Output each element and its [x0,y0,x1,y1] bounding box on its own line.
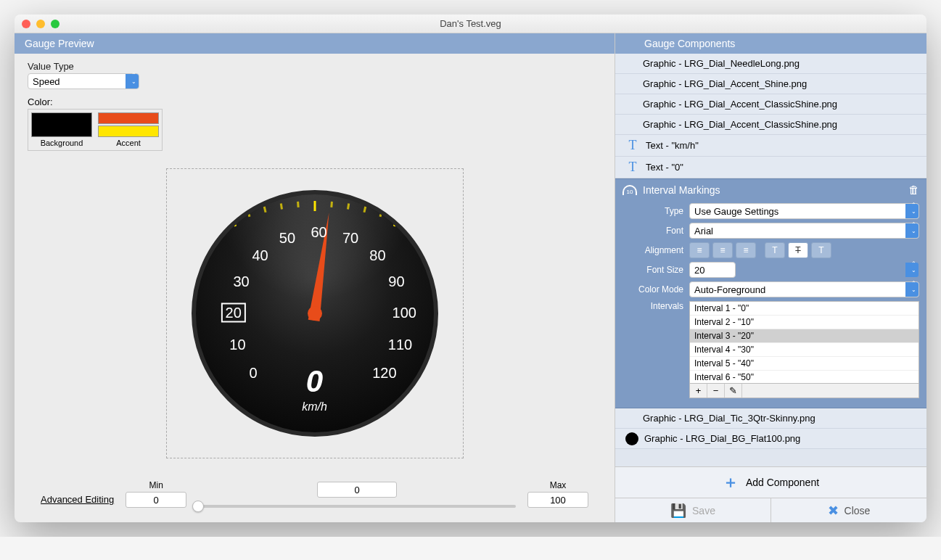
background-swatch[interactable] [31,112,92,137]
gauge-tick-minor [424,231,430,237]
value-type-select[interactable]: Speed [28,73,139,89]
colormode-select[interactable]: Auto-Foreground [689,281,919,297]
intervals-label: Intervals [622,301,683,311]
color-swatches: Background Accent [28,109,163,151]
min-input[interactable] [126,492,186,508]
interval-remove-button[interactable]: − [707,384,725,398]
align-left-button[interactable]: ≡ [689,242,710,258]
text-icon: T [625,138,640,153]
gauge-tick [393,216,398,226]
value-type-label: Value Type [28,61,601,72]
max-label: Max [550,480,567,490]
max-input[interactable] [527,492,588,508]
gauge-tick-minor [379,211,382,218]
gauge-number: 20 [221,303,246,323]
components-panel: Gauge Components Graphic - LRG_Dial_Need… [615,33,926,522]
type-select[interactable]: Use Gauge Settings [689,203,919,219]
gauge: 0 km/h 0102030405060708090100110120 [192,190,438,437]
titlebar: Dan's Test.veg [15,15,926,33]
font-label: Font [622,226,683,236]
component-row[interactable]: Graphic - LRG_Dial_NeedleLong.png [615,54,926,74]
close-icon: ✖ [828,503,839,519]
component-row[interactable]: Graphic - LRG_Dial_BG_Flat100.png [615,429,926,449]
accent-swatch-2[interactable] [98,125,159,137]
add-component-label: Add Component [746,477,819,488]
component-label: Graphic - LRG_Dial_Accent_Shine.png [643,78,807,89]
gauge-number: 40 [252,247,268,264]
accent-swatch-label: Accent [116,139,141,147]
preview-header: Gauge Preview [15,33,615,54]
component-label: Graphic - LRG_Dial_Accent_ClassicShine.p… [643,119,837,130]
color-label: Color: [28,96,601,107]
components-header: Gauge Components [615,33,926,54]
align-center-button[interactable]: ≡ [712,242,733,258]
gauge-tick-minor [410,223,414,230]
gauge-tick [313,201,316,211]
interval-item[interactable]: Interval 1 - "0" [690,302,919,316]
save-label: Save [692,505,715,516]
save-icon: 💾 [670,503,686,519]
component-row[interactable]: Graphic - LRG_Dial_Accent_ClassicShine.p… [615,94,926,115]
gauge-number: 80 [369,247,385,264]
gauge-number: 50 [279,230,295,247]
window-title: Dan's Test.veg [15,18,926,29]
gauge-tick-minor [263,207,266,213]
background-swatch-label: Background [41,139,83,147]
gauge-number: 70 [342,230,358,247]
intervals-list[interactable]: Interval 1 - "0"Interval 2 - "10"Interva… [689,301,919,384]
gauge-tick [231,216,237,226]
gauge-unit: km/h [302,400,327,413]
component-row[interactable]: Graphic - LRG_Dial_Accent_ClassicShine.p… [615,115,926,135]
gauge-number: 60 [311,224,326,241]
value-slider[interactable] [198,505,516,508]
gauge-number: 90 [388,273,404,290]
close-label: Close [845,505,871,516]
slider-thumb[interactable] [192,501,204,512]
save-button[interactable]: 💾 Save [615,498,771,522]
component-row[interactable]: Graphic - LRG_Dial_Accent_Shine.png [615,74,926,94]
gauge-tick-minor [200,231,205,237]
gauge-tick-minor [297,202,300,207]
gauge-center-value: 0 [306,364,323,399]
component-row[interactable]: TText - "km/h" [615,135,926,157]
advanced-editing-link[interactable]: Advanced Editing [41,494,114,505]
align-right-button[interactable]: ≡ [736,242,756,258]
min-label: Min [149,480,163,490]
component-label: Graphic - LRG_Dial_NeedleLong.png [643,58,800,69]
interval-edit-button[interactable]: ✎ [725,384,742,398]
fontsize-select[interactable]: 20 [689,262,736,278]
component-label: Graphic - LRG_Dial_Accent_ClassicShine.p… [643,99,837,110]
component-list[interactable]: Graphic - LRG_Dial_NeedleLong.pngGraphic… [615,54,926,466]
valign-middle-button[interactable]: T [788,242,808,258]
gauge-tick-minor [330,202,333,207]
gauge-number: 110 [388,337,412,353]
font-select[interactable]: Arial [689,223,919,239]
gauge-hub [308,306,322,321]
gauge-number: 10 [229,337,245,353]
gauge-number: 30 [233,273,249,290]
gauge-tick-minor [363,207,366,213]
delete-icon[interactable]: 🗑 [908,184,919,196]
preview-panel: Gauge Preview Value Type Speed Color: [15,33,615,522]
close-button[interactable]: ✖ Close [771,498,926,522]
gauge-tick-minor [279,203,282,209]
interval-item[interactable]: Interval 4 - "30" [690,343,919,357]
gauge-tick-minor [247,211,250,218]
add-component-button[interactable]: ＋ Add Component [615,466,926,498]
interval-add-button[interactable]: + [690,384,707,398]
interval-item[interactable]: Interval 6 - "50" [690,371,919,384]
interval-icon: 10 [622,185,637,195]
valign-top-button[interactable]: T [765,242,785,258]
valign-bottom-button[interactable]: T [811,242,831,258]
interval-item[interactable]: Interval 5 - "40" [690,357,919,371]
interval-item[interactable]: Interval 3 - "20" [690,329,919,343]
component-row[interactable]: Graphic - LRG_Dial_Tic_3Qtr-Skinny.png [615,408,926,429]
accent-swatch-1[interactable] [98,112,159,124]
plus-icon: ＋ [723,472,739,493]
interval-item[interactable]: Interval 2 - "10" [690,316,919,329]
component-row[interactable]: TText - "0" [615,157,926,178]
slider-value-input[interactable] [317,482,397,498]
app-window: Dan's Test.veg Gauge Preview Value Type … [15,15,926,522]
gauge-tick-minor [215,223,219,230]
type-label: Type [622,206,683,216]
